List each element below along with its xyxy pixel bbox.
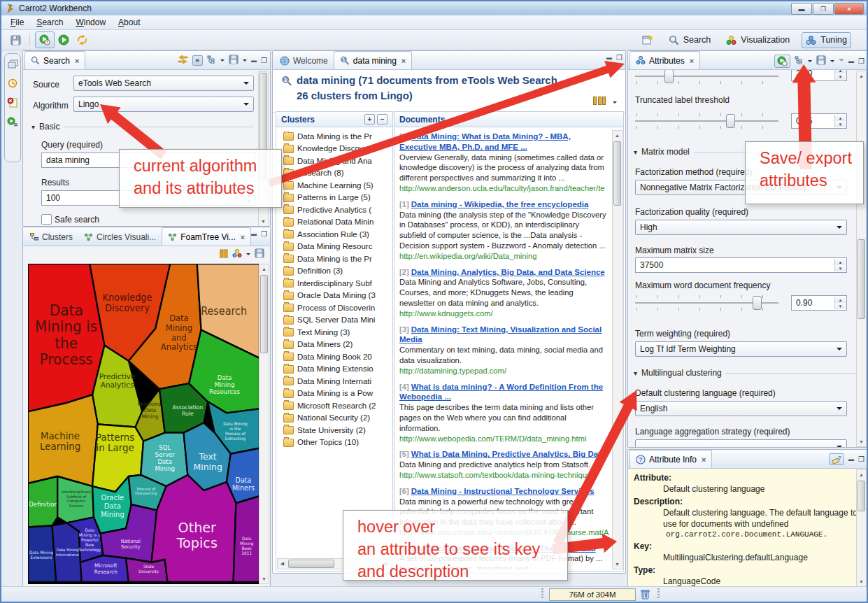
safe-search-checkbox[interactable] (41, 214, 52, 225)
columns-icon[interactable] (593, 97, 606, 105)
truncated-threshold-slider[interactable] (635, 120, 778, 122)
factorization-quality-select[interactable]: High (635, 220, 847, 235)
maximize-icon[interactable]: ❐ (858, 456, 865, 463)
window-minimize-button[interactable]: ▬ (791, 3, 812, 15)
document-title-link[interactable]: Data Mining - Instructional Technology S… (411, 487, 595, 495)
document-title-link[interactable]: Data Mining: What is Data Mining? - MBA,… (399, 132, 571, 151)
tab-search[interactable]: Search × (24, 51, 85, 69)
tab-clusters-grid[interactable]: Clusters (24, 228, 78, 246)
close-icon[interactable]: × (690, 57, 694, 65)
document-title-link[interactable]: Data Mining: Text Mining, Visualization … (399, 325, 602, 344)
cluster-item[interactable]: Oracle Data Mining (3 (283, 290, 392, 302)
algorithm-select[interactable]: Lingo (73, 97, 254, 112)
close-icon[interactable]: × (241, 233, 245, 241)
minimize-icon[interactable]: ▬ (251, 57, 257, 64)
cluster-item[interactable]: Microsoft Research (2 (283, 399, 392, 412)
tree-view-icon[interactable] (207, 55, 216, 66)
cluster-item[interactable]: Other Topics (10) (283, 437, 392, 449)
documents-scrollbar[interactable]: ▲ ▼ (612, 130, 622, 569)
close-icon[interactable]: × (702, 455, 706, 464)
cluster-item[interactable]: Data Mining is the Pr (283, 253, 392, 265)
cluster-item[interactable]: Knowledge Discovery (283, 143, 392, 155)
maximize-icon[interactable]: ❐ (261, 231, 267, 238)
cluster-item[interactable]: Text Mining (3) (283, 326, 392, 339)
menu-item[interactable]: About (112, 16, 146, 29)
document-title-link[interactable]: What is Data Mining, Predictive Analytic… (411, 450, 606, 458)
cluster-item[interactable]: National Security (2) (283, 412, 392, 425)
maximize-icon[interactable]: ❐ (616, 55, 622, 62)
cluster-item[interactable]: Data Mining Internati (283, 375, 392, 388)
cluster-item[interactable]: Data Miners (2) (283, 339, 392, 351)
default-language-select[interactable]: English (635, 401, 847, 416)
cluster-item[interactable]: Data Mining Resourc (283, 241, 392, 253)
cluster-count-slider[interactable] (635, 76, 778, 77)
menu-caret-icon[interactable] (246, 253, 250, 257)
maximize-icon[interactable]: ❐ (261, 57, 267, 64)
section-basic[interactable]: Basic (31, 122, 254, 132)
document-url[interactable]: http://en.wikipedia.org/wiki/Data_mining (399, 251, 608, 262)
save-button[interactable] (7, 33, 24, 48)
tree-menu-caret-icon[interactable] (808, 60, 812, 64)
tab-attribute-info[interactable]: ? Attribute Info × (629, 450, 712, 468)
cluster-count-spinner[interactable]: 2.00 ▲▼ (791, 70, 847, 81)
run-button[interactable] (55, 32, 73, 48)
foamtree-scrollbar[interactable]: ▲ ▼ (259, 264, 269, 584)
menu-item[interactable]: File (4, 16, 30, 29)
cluster-item[interactable]: Research (8) (283, 167, 392, 180)
tree-view-icon[interactable] (795, 56, 804, 66)
flat-list-icon[interactable]: ≡ (192, 55, 203, 66)
document-title-link[interactable]: What is data mining? - A Word Definition… (399, 383, 603, 402)
document-url[interactable]: http://www.anderson.ucla.edu/faculty/jas… (399, 183, 608, 194)
tab-foamtree-visualization[interactable]: FoamTree Vi... × (162, 227, 251, 246)
attribute-info-scrollbar[interactable]: ▲ ▼ (856, 469, 867, 587)
restart-button[interactable] (73, 32, 92, 48)
save-attributes-icon[interactable] (229, 55, 239, 66)
cluster-item[interactable]: Data Mining Book 20 (283, 350, 392, 363)
document-title-link[interactable]: Data mining - Wikipedia, the free encycl… (411, 200, 589, 208)
cluster-item[interactable]: Definition (3) (283, 265, 392, 278)
document-title-link[interactable]: Data Mining, Analytics, Big Data, and Da… (411, 268, 605, 276)
garbage-collect-button[interactable] (640, 588, 650, 602)
document-url[interactable]: http://www.statsoft.com/textbook/data-mi… (399, 470, 608, 481)
restore-view-icon[interactable] (8, 59, 18, 71)
pause-icon[interactable] (220, 249, 228, 260)
truncated-threshold-spinner[interactable]: 0.65 ▲▼ (791, 113, 847, 129)
cluster-item[interactable]: Relational Data Minin (283, 216, 392, 229)
close-icon[interactable]: × (401, 57, 406, 65)
perspective-tuning-button[interactable]: Tuning (802, 32, 851, 48)
window-maximize-button[interactable]: ❐ (813, 3, 834, 15)
tree-menu-caret-icon[interactable] (220, 59, 225, 64)
menu-item[interactable]: Search (30, 16, 69, 29)
document-url[interactable]: http://datamining.typepad.com/ (399, 366, 608, 376)
cluster-item[interactable]: Association Rule (3) (283, 228, 392, 241)
cluster-item[interactable]: Predictive Analytics ( (283, 204, 392, 216)
save-image-icon[interactable] (255, 248, 264, 260)
open-perspective-button[interactable] (639, 33, 657, 48)
language-aggregation-select[interactable] (635, 439, 847, 448)
perspective-search-button[interactable]: Search (665, 33, 715, 48)
tab-attributes[interactable]: Attributes × (629, 51, 700, 69)
cluster-item[interactable]: Process of Discoverin (283, 302, 392, 314)
clusters-tree[interactable]: Data Mining is the Pr Knowledge Discover… (283, 130, 392, 546)
documents-list[interactable]: [0] Data Mining: What is Data Mining? - … (399, 132, 609, 569)
attributes-scrollbar[interactable]: ▲ ▼ (856, 71, 867, 447)
attributes-circles-icon[interactable] (232, 249, 242, 260)
minimize-icon[interactable]: ▬ (606, 55, 612, 62)
run-with-scheduler-button[interactable] (35, 31, 55, 48)
cluster-item[interactable]: Data Mining is the Pr (283, 130, 392, 143)
title-bar[interactable]: Carrot2 Workbench ▬ ❐ × (1, 1, 867, 15)
benchmark-icon[interactable] (7, 78, 18, 90)
source-select[interactable]: eTools Web Search (73, 76, 254, 91)
layout-menu-caret-icon[interactable] (613, 101, 617, 106)
close-icon[interactable]: × (75, 57, 79, 65)
error-log-icon[interactable] (7, 97, 18, 110)
document-url[interactable]: http://www.kdnuggets.com/ (399, 308, 608, 319)
cluster-item[interactable]: State University (2) (283, 424, 392, 437)
save-menu-caret-icon[interactable] (830, 60, 834, 64)
cluster-item[interactable]: Data Mining and Ana (283, 155, 392, 167)
window-close-button[interactable]: × (834, 3, 864, 15)
cluster-item[interactable]: Interdisciplinary Subf (283, 277, 392, 290)
swap-source-icon[interactable] (178, 55, 188, 66)
cluster-item[interactable]: Machine Learning (5) (283, 179, 392, 192)
max-word-frequency-spinner[interactable]: 0.90 ▲▼ (791, 295, 847, 311)
